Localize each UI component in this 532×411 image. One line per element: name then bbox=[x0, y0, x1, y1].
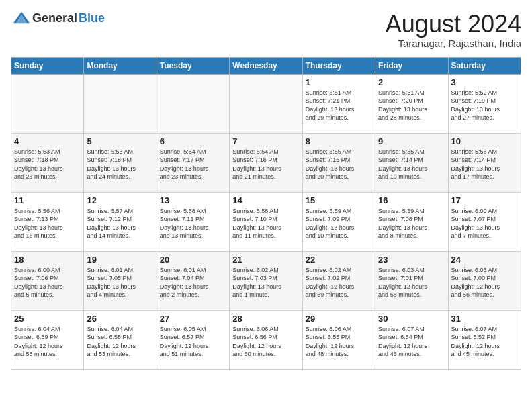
logo-general-text: General bbox=[32, 11, 77, 26]
location-subtitle: Taranagar, Rajasthan, India bbox=[386, 38, 521, 49]
title-block: August 2024 Taranagar, Rajasthan, India bbox=[386, 11, 521, 49]
page-header: General Blue August 2024 Taranagar, Raja… bbox=[11, 11, 521, 49]
cell-info: Sunrise: 5:53 AM Sunset: 7:18 PM Dayligh… bbox=[14, 148, 81, 181]
day-number: 31 bbox=[451, 314, 518, 324]
day-number: 10 bbox=[451, 136, 518, 146]
calendar-cell: 19Sunrise: 6:01 AM Sunset: 7:05 PM Dayli… bbox=[84, 251, 157, 310]
calendar-cell: 2Sunrise: 5:51 AM Sunset: 7:20 PM Daylig… bbox=[375, 74, 448, 133]
day-number: 9 bbox=[378, 136, 445, 146]
day-number: 23 bbox=[378, 255, 445, 265]
calendar-cell bbox=[157, 74, 229, 133]
logo-blue-text: Blue bbox=[79, 11, 105, 26]
calendar-cell: 10Sunrise: 5:56 AM Sunset: 7:14 PM Dayli… bbox=[448, 133, 521, 192]
column-header-monday: Monday bbox=[84, 57, 157, 74]
calendar-cell: 15Sunrise: 5:59 AM Sunset: 7:09 PM Dayli… bbox=[302, 192, 375, 251]
cell-info: Sunrise: 5:52 AM Sunset: 7:19 PM Dayligh… bbox=[451, 89, 518, 122]
day-number: 25 bbox=[14, 314, 81, 324]
day-number: 30 bbox=[378, 314, 445, 324]
calendar-cell: 4Sunrise: 5:53 AM Sunset: 7:18 PM Daylig… bbox=[11, 133, 84, 192]
calendar-cell: 28Sunrise: 6:06 AM Sunset: 6:56 PM Dayli… bbox=[230, 310, 302, 369]
day-number: 28 bbox=[232, 314, 299, 324]
cell-info: Sunrise: 6:01 AM Sunset: 7:04 PM Dayligh… bbox=[160, 266, 226, 300]
day-number: 27 bbox=[160, 314, 226, 324]
calendar-cell: 20Sunrise: 6:01 AM Sunset: 7:04 PM Dayli… bbox=[157, 251, 229, 310]
calendar-cell: 13Sunrise: 5:58 AM Sunset: 7:11 PM Dayli… bbox=[157, 192, 229, 251]
cell-info: Sunrise: 5:59 AM Sunset: 7:08 PM Dayligh… bbox=[378, 207, 445, 240]
calendar-cell: 30Sunrise: 6:07 AM Sunset: 6:54 PM Dayli… bbox=[375, 310, 448, 369]
day-number: 15 bbox=[306, 195, 372, 205]
calendar-cell: 21Sunrise: 6:02 AM Sunset: 7:03 PM Dayli… bbox=[230, 251, 302, 310]
day-number: 18 bbox=[14, 255, 81, 265]
calendar-cell: 31Sunrise: 6:07 AM Sunset: 6:52 PM Dayli… bbox=[448, 310, 521, 369]
day-number: 14 bbox=[232, 195, 299, 205]
calendar-cell: 18Sunrise: 6:00 AM Sunset: 7:06 PM Dayli… bbox=[11, 251, 84, 310]
cell-info: Sunrise: 5:55 AM Sunset: 7:15 PM Dayligh… bbox=[306, 148, 372, 181]
day-number: 7 bbox=[232, 136, 299, 146]
cell-info: Sunrise: 6:03 AM Sunset: 7:00 PM Dayligh… bbox=[451, 266, 518, 300]
logo-icon bbox=[12, 11, 31, 26]
calendar-table: SundayMondayTuesdayWednesdayThursdayFrid… bbox=[11, 57, 521, 370]
cell-info: Sunrise: 5:56 AM Sunset: 7:13 PM Dayligh… bbox=[14, 207, 81, 240]
calendar-cell: 24Sunrise: 6:03 AM Sunset: 7:00 PM Dayli… bbox=[448, 251, 521, 310]
day-number: 8 bbox=[306, 136, 372, 146]
day-number: 5 bbox=[87, 136, 153, 146]
month-year-title: August 2024 bbox=[386, 11, 521, 38]
day-number: 19 bbox=[87, 255, 153, 265]
cell-info: Sunrise: 6:06 AM Sunset: 6:56 PM Dayligh… bbox=[232, 325, 299, 359]
day-number: 21 bbox=[232, 255, 299, 265]
cell-info: Sunrise: 6:02 AM Sunset: 7:02 PM Dayligh… bbox=[306, 266, 372, 300]
day-number: 24 bbox=[451, 255, 518, 265]
calendar-cell: 1Sunrise: 5:51 AM Sunset: 7:21 PM Daylig… bbox=[302, 74, 375, 133]
cell-info: Sunrise: 6:07 AM Sunset: 6:54 PM Dayligh… bbox=[378, 325, 445, 359]
calendar-cell: 14Sunrise: 5:58 AM Sunset: 7:10 PM Dayli… bbox=[230, 192, 302, 251]
column-header-wednesday: Wednesday bbox=[230, 57, 302, 74]
cell-info: Sunrise: 6:06 AM Sunset: 6:55 PM Dayligh… bbox=[306, 325, 372, 359]
calendar-cell: 27Sunrise: 6:05 AM Sunset: 6:57 PM Dayli… bbox=[157, 310, 229, 369]
cell-info: Sunrise: 5:54 AM Sunset: 7:16 PM Dayligh… bbox=[232, 148, 299, 181]
cell-info: Sunrise: 6:05 AM Sunset: 6:57 PM Dayligh… bbox=[160, 325, 226, 359]
calendar-cell: 3Sunrise: 5:52 AM Sunset: 7:19 PM Daylig… bbox=[448, 74, 521, 133]
calendar-week-row: 4Sunrise: 5:53 AM Sunset: 7:18 PM Daylig… bbox=[11, 133, 521, 192]
day-number: 16 bbox=[378, 195, 445, 205]
calendar-cell: 16Sunrise: 5:59 AM Sunset: 7:08 PM Dayli… bbox=[375, 192, 448, 251]
column-header-tuesday: Tuesday bbox=[157, 57, 229, 74]
cell-info: Sunrise: 5:53 AM Sunset: 7:18 PM Dayligh… bbox=[87, 148, 153, 181]
cell-info: Sunrise: 5:51 AM Sunset: 7:21 PM Dayligh… bbox=[306, 89, 372, 122]
column-header-saturday: Saturday bbox=[448, 57, 521, 74]
calendar-cell: 26Sunrise: 6:04 AM Sunset: 6:58 PM Dayli… bbox=[84, 310, 157, 369]
calendar-cell: 12Sunrise: 5:57 AM Sunset: 7:12 PM Dayli… bbox=[84, 192, 157, 251]
cell-info: Sunrise: 6:00 AM Sunset: 7:07 PM Dayligh… bbox=[451, 207, 518, 240]
cell-info: Sunrise: 6:07 AM Sunset: 6:52 PM Dayligh… bbox=[451, 325, 518, 359]
cell-info: Sunrise: 5:58 AM Sunset: 7:10 PM Dayligh… bbox=[232, 207, 299, 240]
calendar-week-row: 1Sunrise: 5:51 AM Sunset: 7:21 PM Daylig… bbox=[11, 74, 521, 133]
calendar-header-row: SundayMondayTuesdayWednesdayThursdayFrid… bbox=[11, 57, 521, 74]
day-number: 2 bbox=[378, 77, 445, 87]
cell-info: Sunrise: 5:58 AM Sunset: 7:11 PM Dayligh… bbox=[160, 207, 226, 240]
calendar-cell: 29Sunrise: 6:06 AM Sunset: 6:55 PM Dayli… bbox=[302, 310, 375, 369]
calendar-week-row: 11Sunrise: 5:56 AM Sunset: 7:13 PM Dayli… bbox=[11, 192, 521, 251]
calendar-cell: 17Sunrise: 6:00 AM Sunset: 7:07 PM Dayli… bbox=[448, 192, 521, 251]
calendar-cell: 8Sunrise: 5:55 AM Sunset: 7:15 PM Daylig… bbox=[302, 133, 375, 192]
day-number: 13 bbox=[160, 195, 226, 205]
cell-info: Sunrise: 5:54 AM Sunset: 7:17 PM Dayligh… bbox=[160, 148, 226, 181]
calendar-week-row: 25Sunrise: 6:04 AM Sunset: 6:59 PM Dayli… bbox=[11, 310, 521, 369]
calendar-cell: 23Sunrise: 6:03 AM Sunset: 7:01 PM Dayli… bbox=[375, 251, 448, 310]
day-number: 3 bbox=[451, 77, 518, 87]
cell-info: Sunrise: 6:04 AM Sunset: 6:58 PM Dayligh… bbox=[87, 325, 153, 359]
day-number: 6 bbox=[160, 136, 226, 146]
calendar-cell: 25Sunrise: 6:04 AM Sunset: 6:59 PM Dayli… bbox=[11, 310, 84, 369]
calendar-cell bbox=[11, 74, 84, 133]
cell-info: Sunrise: 5:57 AM Sunset: 7:12 PM Dayligh… bbox=[87, 207, 153, 240]
logo: General Blue bbox=[11, 11, 105, 26]
column-header-thursday: Thursday bbox=[302, 57, 375, 74]
day-number: 29 bbox=[306, 314, 372, 324]
day-number: 20 bbox=[160, 255, 226, 265]
calendar-week-row: 18Sunrise: 6:00 AM Sunset: 7:06 PM Dayli… bbox=[11, 251, 521, 310]
day-number: 4 bbox=[14, 136, 81, 146]
day-number: 1 bbox=[306, 77, 372, 87]
calendar-cell: 6Sunrise: 5:54 AM Sunset: 7:17 PM Daylig… bbox=[157, 133, 229, 192]
calendar-cell bbox=[84, 74, 157, 133]
cell-info: Sunrise: 5:51 AM Sunset: 7:20 PM Dayligh… bbox=[378, 89, 445, 122]
cell-info: Sunrise: 6:04 AM Sunset: 6:59 PM Dayligh… bbox=[14, 325, 81, 359]
calendar-cell: 9Sunrise: 5:55 AM Sunset: 7:14 PM Daylig… bbox=[375, 133, 448, 192]
